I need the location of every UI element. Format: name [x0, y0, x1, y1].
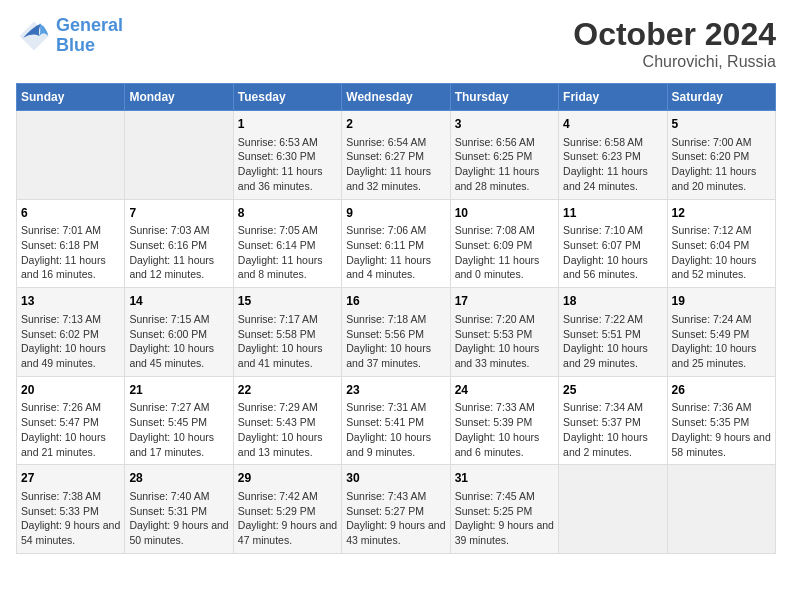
day-number: 28	[129, 470, 228, 487]
day-number: 30	[346, 470, 445, 487]
calendar-header: SundayMondayTuesdayWednesdayThursdayFrid…	[17, 84, 776, 111]
calendar-table: SundayMondayTuesdayWednesdayThursdayFrid…	[16, 83, 776, 554]
day-info: Sunrise: 7:24 AMSunset: 5:49 PMDaylight:…	[672, 312, 771, 371]
day-number: 24	[455, 382, 554, 399]
day-cell	[667, 465, 775, 554]
header-day-thursday: Thursday	[450, 84, 558, 111]
title-block: October 2024 Churovichi, Russia	[573, 16, 776, 71]
week-row-5: 27Sunrise: 7:38 AMSunset: 5:33 PMDayligh…	[17, 465, 776, 554]
day-number: 2	[346, 116, 445, 133]
day-info: Sunrise: 7:22 AMSunset: 5:51 PMDaylight:…	[563, 312, 662, 371]
day-cell: 21Sunrise: 7:27 AMSunset: 5:45 PMDayligh…	[125, 376, 233, 465]
day-number: 8	[238, 205, 337, 222]
day-number: 17	[455, 293, 554, 310]
day-number: 19	[672, 293, 771, 310]
header-day-friday: Friday	[559, 84, 667, 111]
day-cell: 17Sunrise: 7:20 AMSunset: 5:53 PMDayligh…	[450, 288, 558, 377]
week-row-1: 1Sunrise: 6:53 AMSunset: 6:30 PMDaylight…	[17, 111, 776, 200]
day-number: 9	[346, 205, 445, 222]
day-info: Sunrise: 7:15 AMSunset: 6:00 PMDaylight:…	[129, 312, 228, 371]
logo: General Blue	[16, 16, 123, 56]
day-cell: 7Sunrise: 7:03 AMSunset: 6:16 PMDaylight…	[125, 199, 233, 288]
day-cell: 22Sunrise: 7:29 AMSunset: 5:43 PMDayligh…	[233, 376, 341, 465]
day-info: Sunrise: 6:53 AMSunset: 6:30 PMDaylight:…	[238, 135, 337, 194]
day-number: 1	[238, 116, 337, 133]
day-cell: 20Sunrise: 7:26 AMSunset: 5:47 PMDayligh…	[17, 376, 125, 465]
day-number: 18	[563, 293, 662, 310]
day-number: 21	[129, 382, 228, 399]
day-number: 31	[455, 470, 554, 487]
day-info: Sunrise: 7:08 AMSunset: 6:09 PMDaylight:…	[455, 223, 554, 282]
day-info: Sunrise: 7:20 AMSunset: 5:53 PMDaylight:…	[455, 312, 554, 371]
header-day-wednesday: Wednesday	[342, 84, 450, 111]
day-number: 12	[672, 205, 771, 222]
day-info: Sunrise: 6:58 AMSunset: 6:23 PMDaylight:…	[563, 135, 662, 194]
day-number: 4	[563, 116, 662, 133]
day-number: 29	[238, 470, 337, 487]
day-info: Sunrise: 7:42 AMSunset: 5:29 PMDaylight:…	[238, 489, 337, 548]
day-info: Sunrise: 7:05 AMSunset: 6:14 PMDaylight:…	[238, 223, 337, 282]
header-row: SundayMondayTuesdayWednesdayThursdayFrid…	[17, 84, 776, 111]
day-cell: 29Sunrise: 7:42 AMSunset: 5:29 PMDayligh…	[233, 465, 341, 554]
day-cell: 26Sunrise: 7:36 AMSunset: 5:35 PMDayligh…	[667, 376, 775, 465]
day-cell	[559, 465, 667, 554]
day-cell: 10Sunrise: 7:08 AMSunset: 6:09 PMDayligh…	[450, 199, 558, 288]
header-day-tuesday: Tuesday	[233, 84, 341, 111]
day-info: Sunrise: 7:27 AMSunset: 5:45 PMDaylight:…	[129, 400, 228, 459]
day-info: Sunrise: 7:45 AMSunset: 5:25 PMDaylight:…	[455, 489, 554, 548]
day-number: 10	[455, 205, 554, 222]
header-day-saturday: Saturday	[667, 84, 775, 111]
day-info: Sunrise: 7:00 AMSunset: 6:20 PMDaylight:…	[672, 135, 771, 194]
day-info: Sunrise: 7:34 AMSunset: 5:37 PMDaylight:…	[563, 400, 662, 459]
day-cell: 14Sunrise: 7:15 AMSunset: 6:00 PMDayligh…	[125, 288, 233, 377]
day-cell: 19Sunrise: 7:24 AMSunset: 5:49 PMDayligh…	[667, 288, 775, 377]
day-info: Sunrise: 7:36 AMSunset: 5:35 PMDaylight:…	[672, 400, 771, 459]
day-info: Sunrise: 7:10 AMSunset: 6:07 PMDaylight:…	[563, 223, 662, 282]
week-row-2: 6Sunrise: 7:01 AMSunset: 6:18 PMDaylight…	[17, 199, 776, 288]
day-info: Sunrise: 7:13 AMSunset: 6:02 PMDaylight:…	[21, 312, 120, 371]
day-number: 22	[238, 382, 337, 399]
day-cell: 9Sunrise: 7:06 AMSunset: 6:11 PMDaylight…	[342, 199, 450, 288]
day-number: 23	[346, 382, 445, 399]
logo-blue: Blue	[56, 35, 95, 55]
day-number: 27	[21, 470, 120, 487]
day-info: Sunrise: 7:43 AMSunset: 5:27 PMDaylight:…	[346, 489, 445, 548]
day-cell: 23Sunrise: 7:31 AMSunset: 5:41 PMDayligh…	[342, 376, 450, 465]
day-info: Sunrise: 6:56 AMSunset: 6:25 PMDaylight:…	[455, 135, 554, 194]
day-number: 14	[129, 293, 228, 310]
day-cell: 11Sunrise: 7:10 AMSunset: 6:07 PMDayligh…	[559, 199, 667, 288]
day-cell: 3Sunrise: 6:56 AMSunset: 6:25 PMDaylight…	[450, 111, 558, 200]
page-header: General Blue October 2024 Churovichi, Ru…	[16, 16, 776, 71]
week-row-3: 13Sunrise: 7:13 AMSunset: 6:02 PMDayligh…	[17, 288, 776, 377]
day-info: Sunrise: 7:33 AMSunset: 5:39 PMDaylight:…	[455, 400, 554, 459]
day-info: Sunrise: 7:26 AMSunset: 5:47 PMDaylight:…	[21, 400, 120, 459]
subtitle: Churovichi, Russia	[573, 53, 776, 71]
day-info: Sunrise: 7:38 AMSunset: 5:33 PMDaylight:…	[21, 489, 120, 548]
day-cell: 2Sunrise: 6:54 AMSunset: 6:27 PMDaylight…	[342, 111, 450, 200]
day-cell	[17, 111, 125, 200]
day-cell: 30Sunrise: 7:43 AMSunset: 5:27 PMDayligh…	[342, 465, 450, 554]
day-number: 26	[672, 382, 771, 399]
week-row-4: 20Sunrise: 7:26 AMSunset: 5:47 PMDayligh…	[17, 376, 776, 465]
day-info: Sunrise: 7:40 AMSunset: 5:31 PMDaylight:…	[129, 489, 228, 548]
day-number: 15	[238, 293, 337, 310]
logo-icon	[16, 18, 52, 54]
day-cell: 8Sunrise: 7:05 AMSunset: 6:14 PMDaylight…	[233, 199, 341, 288]
day-cell: 6Sunrise: 7:01 AMSunset: 6:18 PMDaylight…	[17, 199, 125, 288]
calendar-body: 1Sunrise: 6:53 AMSunset: 6:30 PMDaylight…	[17, 111, 776, 554]
day-number: 5	[672, 116, 771, 133]
day-cell: 31Sunrise: 7:45 AMSunset: 5:25 PMDayligh…	[450, 465, 558, 554]
day-cell: 12Sunrise: 7:12 AMSunset: 6:04 PMDayligh…	[667, 199, 775, 288]
day-number: 13	[21, 293, 120, 310]
day-info: Sunrise: 7:17 AMSunset: 5:58 PMDaylight:…	[238, 312, 337, 371]
day-cell: 13Sunrise: 7:13 AMSunset: 6:02 PMDayligh…	[17, 288, 125, 377]
day-number: 25	[563, 382, 662, 399]
day-number: 3	[455, 116, 554, 133]
day-number: 20	[21, 382, 120, 399]
day-cell: 18Sunrise: 7:22 AMSunset: 5:51 PMDayligh…	[559, 288, 667, 377]
day-number: 11	[563, 205, 662, 222]
day-info: Sunrise: 7:31 AMSunset: 5:41 PMDaylight:…	[346, 400, 445, 459]
day-cell: 16Sunrise: 7:18 AMSunset: 5:56 PMDayligh…	[342, 288, 450, 377]
day-info: Sunrise: 7:03 AMSunset: 6:16 PMDaylight:…	[129, 223, 228, 282]
day-number: 16	[346, 293, 445, 310]
